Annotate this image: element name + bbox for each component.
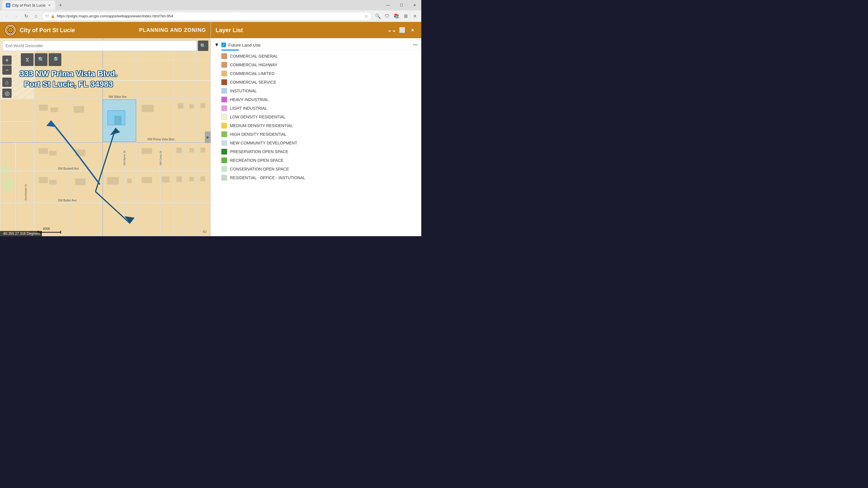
minimize-button[interactable]: — (381, 0, 395, 10)
svg-rect-103 (200, 103, 205, 108)
app-subtitle: PLANNING AND ZONING (139, 27, 206, 33)
svg-rect-62 (1, 99, 34, 121)
tab-close-button[interactable]: ✕ (47, 3, 52, 7)
svg-rect-81 (136, 172, 160, 202)
window-controls: — ☐ ✕ (381, 0, 421, 10)
map-area[interactable]: I (0, 38, 211, 236)
tab-manager-button[interactable]: ⊞ (402, 12, 410, 20)
svg-rect-32 (186, 60, 196, 80)
compass-button[interactable]: ◎ (2, 89, 11, 98)
svg-rect-108 (177, 148, 182, 153)
query-button[interactable]: 🔍 (35, 53, 48, 66)
legend-label-instutional: INSTUTIONAL (230, 89, 257, 93)
minimize-icon: — (386, 3, 390, 7)
layer-more-options-button[interactable]: ••• (413, 42, 418, 48)
svg-rect-102 (189, 104, 193, 108)
svg-text:SW Buswell Ave: SW Buswell Ave (58, 167, 79, 170)
new-tab-button[interactable]: + (56, 1, 64, 9)
address-line1: 333 NW Prima Vista Blvd. (20, 69, 117, 79)
zoom-out-button[interactable]: − (2, 65, 11, 75)
active-tab[interactable]: City of Port St Lucie ✕ (2, 1, 55, 10)
search-icon: 🔍 (375, 13, 381, 19)
svg-text:I: I (120, 119, 120, 121)
legend-label-heavy-industrial: HEAVY INDUSTRIAL (230, 97, 269, 102)
shield-button[interactable]: 🛡 (383, 12, 391, 20)
address-bar: ‹ › ↻ ⌂ 🛡 🔒 https://pslgis.maps.arcgis.c… (0, 10, 421, 22)
close-win-icon: ✕ (413, 3, 416, 7)
maximize-icon: ☐ (400, 3, 403, 7)
coordinates-text: -80.355 27.318 Degrees (2, 232, 40, 236)
legend-item-commercial-general: COMMERCIAL GENERAL (211, 52, 421, 60)
svg-rect-77 (35, 172, 69, 202)
svg-rect-97 (39, 105, 48, 111)
svg-text:Dorchester St: Dorchester St (24, 184, 27, 200)
layer-expand-arrow[interactable]: ▼ (214, 42, 219, 48)
panel-expand-icon: ⬜ (399, 27, 405, 33)
bookmarks-button[interactable]: 📚 (392, 12, 400, 20)
legend-item-heavy-industrial: HEAVY INDUSTRIAL (211, 95, 421, 104)
map-search-bar: 🔍 (2, 40, 208, 51)
svg-rect-74 (197, 143, 210, 171)
layer-header-future-land-use[interactable]: ▼ ✓ Future Land Use ••• (211, 40, 421, 50)
legend-label-medium-density-residential: MEDIUM DENSITY RESIDENTIAL (230, 123, 293, 128)
address-overlay: 333 NW Prima Vista Blvd. Port St Lucie, … (20, 69, 117, 90)
map-search-button[interactable]: 🔍 (198, 40, 208, 51)
svg-rect-109 (189, 148, 193, 152)
url-text: https://pslgis.maps.arcgis.com/apps/weba… (57, 14, 363, 18)
close-window-button[interactable]: ✕ (408, 0, 421, 10)
svg-point-121 (3, 177, 14, 192)
layer-indicator-line (221, 50, 239, 51)
legend-item-medium-density-residential: MEDIUM DENSITY RESIDENTIAL (211, 121, 421, 130)
refresh-icon: ↻ (24, 13, 28, 19)
legend-color-high-density-residential (221, 131, 227, 137)
svg-text:SW Butler Ave: SW Butler Ave (58, 199, 77, 202)
panel-expand-button[interactable]: ⬜ (398, 26, 406, 34)
filter-icon: ⧖ (26, 57, 29, 63)
app-container: City of Port St Lucie PLANNING AND ZONIN… (0, 22, 421, 236)
legend-item-recreation-open-space: RECREATION OPEN SPACE (211, 156, 421, 165)
back-button[interactable]: ‹ (2, 12, 10, 20)
menu-button[interactable]: ≡ (411, 12, 419, 20)
panel-close-button[interactable]: × (408, 26, 416, 34)
svg-rect-92 (136, 204, 160, 236)
filter-button[interactable]: ⧖ (21, 53, 34, 66)
home-button[interactable]: ⌂ (32, 12, 40, 20)
svg-rect-144 (60, 231, 61, 234)
layer-visibility-checkbox[interactable]: ✓ (221, 42, 226, 47)
svg-rect-120 (200, 177, 205, 181)
layer-list-panel: Layer List ⌄⌄ ⬜ × ▼ ✓ Future (211, 22, 421, 236)
home-map-button[interactable]: ⌂ (2, 78, 11, 87)
app-header: City of Port St Lucie PLANNING AND ZONIN… (0, 22, 211, 38)
zoom-out-icon: − (5, 67, 9, 73)
panel-close-icon: × (411, 27, 414, 33)
legend-label-low-density-residential: LOW DENSITY RESIDENTIAL (230, 115, 286, 119)
forward-button[interactable]: › (12, 12, 20, 20)
svg-rect-114 (107, 177, 119, 184)
panel-collapse-button[interactable]: ⌄⌄ (388, 26, 396, 34)
map-search-input[interactable] (2, 40, 197, 51)
maximize-button[interactable]: ☐ (395, 0, 408, 10)
legend-item-commercial-limited: COMMERCIAL LIMITED (211, 69, 421, 78)
bookmark-star-icon[interactable]: ☆ (365, 14, 368, 19)
tab-favicon (6, 3, 10, 7)
layer-list-content: ▼ ✓ Future Land Use ••• COMMERCIAL GENER… (211, 38, 421, 236)
identify-icon: 🔎 (52, 56, 58, 63)
collapse-button[interactable]: ▶ (205, 131, 211, 143)
panel-header: Layer List ⌄⌄ ⬜ × (211, 22, 421, 38)
svg-rect-33 (197, 60, 210, 80)
identify-button[interactable]: 🔎 (49, 53, 61, 66)
forward-icon: › (16, 13, 17, 19)
url-bar[interactable]: 🛡 🔒 https://pslgis.maps.arcgis.com/apps/… (42, 12, 372, 21)
svg-rect-72 (174, 143, 185, 171)
panel-title: Layer List (216, 27, 243, 34)
refresh-button[interactable]: ↻ (22, 12, 30, 20)
browser-toolbar: 🔍 🛡 📚 ⊞ ≡ (374, 12, 419, 20)
legend-item-commercial-highway: COMMERCIAL HIGHWAY (211, 60, 421, 69)
svg-rect-119 (189, 177, 193, 181)
zoom-in-button[interactable]: + (2, 56, 11, 65)
search-button[interactable]: 🔍 (374, 12, 382, 20)
panel-collapse-icon: ⌄⌄ (388, 27, 396, 33)
map-tool-buttons: ⧖ 🔍 🔎 (21, 53, 61, 66)
svg-text:NW Prima Vista Blvd: NW Prima Vista Blvd (148, 138, 175, 141)
more-options-icon: ••• (413, 42, 418, 47)
